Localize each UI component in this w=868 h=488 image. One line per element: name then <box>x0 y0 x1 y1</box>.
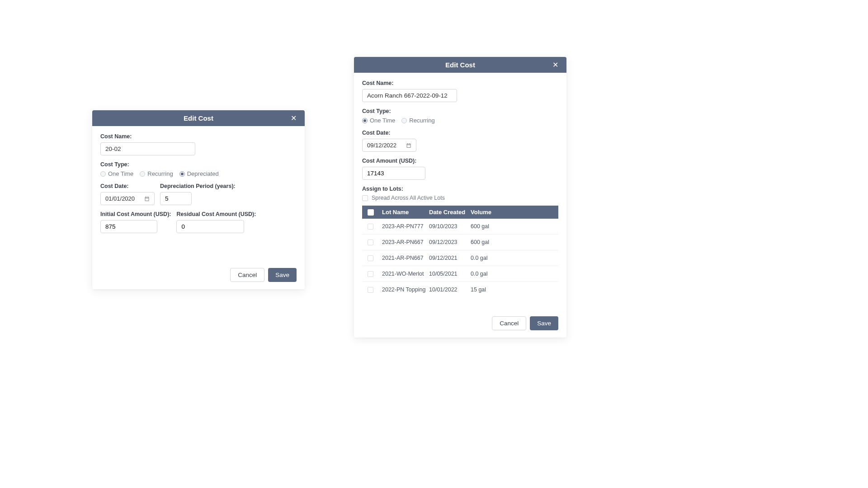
spread-label: Spread Across All Active Lots <box>372 195 445 201</box>
radio-icon <box>179 171 185 177</box>
table-row[interactable]: 2023-AR-PN667 09/12/2023 600 gal <box>362 235 558 250</box>
select-all-checkbox[interactable] <box>368 209 374 216</box>
radio-icon <box>362 118 368 123</box>
cost-date-input[interactable]: 01/01/2020 <box>100 192 155 205</box>
residual-amount-input[interactable] <box>176 220 244 233</box>
radio-one-time[interactable]: One Time <box>362 117 395 124</box>
save-button[interactable]: Save <box>530 316 558 330</box>
td-volume: 600 gal <box>471 223 553 230</box>
initial-amount-input[interactable] <box>100 220 157 233</box>
radio-label: One Time <box>370 117 395 124</box>
cost-name-input[interactable] <box>100 142 195 155</box>
initial-amount-label: Initial Cost Amount (USD): <box>100 211 171 217</box>
date-period-row: Cost Date: 01/01/2020 Depreciation Perio… <box>100 183 297 211</box>
table-row[interactable]: 2021-AR-PN667 09/12/2021 0.0 gal <box>362 250 558 266</box>
radio-label: Recurring <box>409 117 434 124</box>
td-volume: 600 gal <box>471 239 553 245</box>
cost-name-group: Cost Name: <box>100 133 297 155</box>
cost-date-group: Cost Date: 09/12/2022 <box>362 130 558 152</box>
radio-label: Depreciated <box>187 170 219 177</box>
cost-date-group: Cost Date: 01/01/2020 <box>100 183 155 205</box>
th-date-created: Date Created <box>429 209 471 216</box>
td-volume: 15 gal <box>471 286 553 293</box>
modal-footer: Cancel Save <box>92 268 305 289</box>
cost-amount-input[interactable] <box>362 167 425 180</box>
cost-name-group: Cost Name: <box>362 80 558 102</box>
depreciation-period-group: Depreciation Period (years): <box>160 183 236 205</box>
close-button[interactable]: ✕ <box>289 113 298 124</box>
row-checkbox[interactable] <box>368 287 373 293</box>
cost-type-group: Cost Type: One Time Recurring <box>362 108 558 124</box>
th-lot-name: Lot Name <box>382 209 429 216</box>
cost-name-label: Cost Name: <box>362 80 558 86</box>
table-row[interactable]: 2021-WO-Merlot 10/05/2021 0.0 gal <box>362 266 558 282</box>
cost-name-input[interactable] <box>362 89 457 102</box>
radio-one-time[interactable]: One Time <box>100 170 133 177</box>
close-button[interactable]: ✕ <box>551 60 560 70</box>
cancel-button[interactable]: Cancel <box>230 268 264 282</box>
td-volume: 0.0 gal <box>471 271 553 277</box>
table-row[interactable]: 2023-AR-PN777 09/10/2023 600 gal <box>362 219 558 235</box>
row-checkbox[interactable] <box>368 239 373 245</box>
cost-type-group: Cost Type: One Time Recurring Depreciate… <box>100 161 297 177</box>
cost-date-value: 09/12/2022 <box>367 142 396 149</box>
td-date-created: 09/12/2023 <box>429 239 471 245</box>
radio-depreciated[interactable]: Depreciated <box>179 170 219 177</box>
td-date-created: 09/12/2021 <box>429 255 471 261</box>
cost-date-label: Cost Date: <box>362 130 558 136</box>
cost-amount-group: Cost Amount (USD): <box>362 158 558 180</box>
cost-date-input[interactable]: 09/12/2022 <box>362 139 416 152</box>
table-header-row: Lot Name Date Created Volume <box>362 206 558 219</box>
initial-amount-group: Initial Cost Amount (USD): <box>100 211 171 233</box>
cost-date-value: 01/01/2020 <box>105 195 135 202</box>
td-date-created: 09/10/2023 <box>429 223 471 230</box>
radio-label: One Time <box>108 170 133 177</box>
save-button[interactable]: Save <box>268 268 297 282</box>
spread-checkbox-row[interactable]: Spread Across All Active Lots <box>362 195 558 201</box>
depreciation-period-label: Depreciation Period (years): <box>160 183 236 189</box>
residual-amount-group: Residual Cost Amount (USD): <box>176 211 256 233</box>
depreciation-period-input[interactable] <box>160 192 192 205</box>
cost-type-radio-group: One Time Recurring Depreciated <box>100 170 297 177</box>
calendar-icon <box>144 196 150 202</box>
row-checkbox[interactable] <box>368 224 373 230</box>
lots-table: Lot Name Date Created Volume 2023-AR-PN7… <box>362 206 558 297</box>
td-volume: 0.0 gal <box>471 255 553 261</box>
modal-title: Edit Cost <box>445 61 475 69</box>
radio-icon <box>140 171 145 177</box>
modal-body: Cost Name: Cost Type: One Time Recurring… <box>354 73 566 316</box>
td-lot-name: 2021-WO-Merlot <box>382 271 429 277</box>
row-checkbox[interactable] <box>368 271 373 277</box>
radio-recurring[interactable]: Recurring <box>140 170 173 177</box>
td-lot-name: 2022-PN Topping <box>382 286 429 293</box>
cost-date-label: Cost Date: <box>100 183 155 189</box>
close-icon: ✕ <box>552 61 558 69</box>
radio-recurring[interactable]: Recurring <box>401 117 434 124</box>
modal-header: Edit Cost ✕ <box>92 110 305 126</box>
td-date-created: 10/05/2021 <box>429 271 471 277</box>
cost-type-label: Cost Type: <box>100 161 297 168</box>
table-row[interactable]: 2022-PN Topping 10/01/2022 15 gal <box>362 282 558 297</box>
radio-icon <box>401 118 407 123</box>
row-checkbox[interactable] <box>368 255 373 261</box>
td-lot-name: 2021-AR-PN667 <box>382 255 429 261</box>
td-lot-name: 2023-AR-PN667 <box>382 239 429 245</box>
edit-cost-modal-onetime: Edit Cost ✕ Cost Name: Cost Type: One Ti… <box>354 57 566 338</box>
radio-label: Recurring <box>147 170 173 177</box>
checkbox-icon <box>362 195 368 201</box>
cancel-button[interactable]: Cancel <box>492 316 526 330</box>
close-icon: ✕ <box>291 114 297 122</box>
cost-name-label: Cost Name: <box>100 133 297 140</box>
assign-lots-group: Assign to Lots: Spread Across All Active… <box>362 186 558 201</box>
modal-body: Cost Name: Cost Type: One Time Recurring… <box>92 126 305 268</box>
cost-type-radio-group: One Time Recurring <box>362 117 558 124</box>
th-volume: Volume <box>471 209 553 216</box>
modal-title: Edit Cost <box>184 114 213 122</box>
amounts-row: Initial Cost Amount (USD): Residual Cost… <box>100 211 297 239</box>
calendar-icon <box>406 143 411 148</box>
radio-icon <box>100 171 106 177</box>
td-lot-name: 2023-AR-PN777 <box>382 223 429 230</box>
modal-footer: Cancel Save <box>354 316 566 338</box>
modal-header: Edit Cost ✕ <box>354 57 566 73</box>
assign-lots-label: Assign to Lots: <box>362 186 558 192</box>
